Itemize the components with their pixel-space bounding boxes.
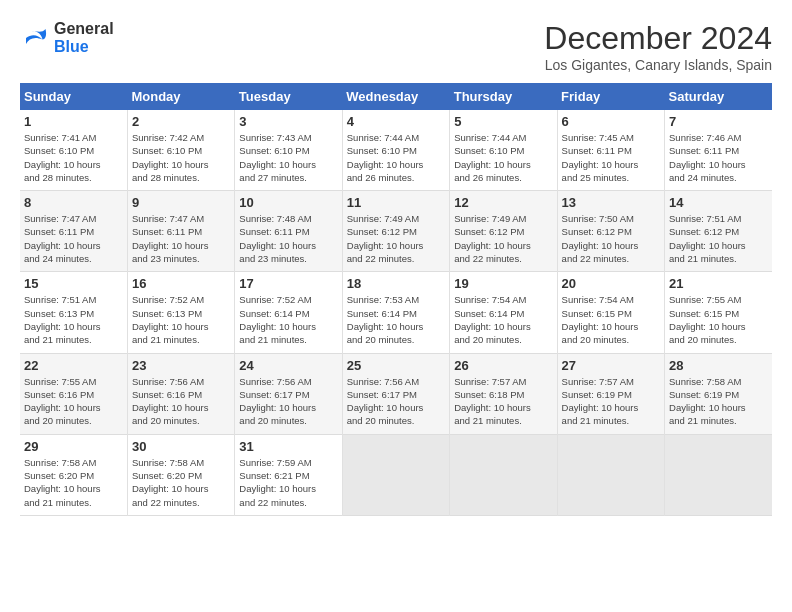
day-info: Sunrise: 7:50 AM Sunset: 6:12 PM Dayligh…	[562, 212, 660, 265]
col-tuesday: Tuesday	[235, 83, 342, 110]
day-info: Sunrise: 7:55 AM Sunset: 6:16 PM Dayligh…	[24, 375, 123, 428]
day-info: Sunrise: 7:47 AM Sunset: 6:11 PM Dayligh…	[24, 212, 123, 265]
calendar-cell: 18Sunrise: 7:53 AM Sunset: 6:14 PM Dayli…	[342, 272, 449, 353]
day-info: Sunrise: 7:57 AM Sunset: 6:18 PM Dayligh…	[454, 375, 552, 428]
calendar-cell: 10Sunrise: 7:48 AM Sunset: 6:11 PM Dayli…	[235, 191, 342, 272]
week-row: 29Sunrise: 7:58 AM Sunset: 6:20 PM Dayli…	[20, 434, 772, 515]
calendar-cell: 7Sunrise: 7:46 AM Sunset: 6:11 PM Daylig…	[665, 110, 772, 191]
logo: General Blue	[20, 20, 114, 56]
calendar-cell: 20Sunrise: 7:54 AM Sunset: 6:15 PM Dayli…	[557, 272, 664, 353]
week-row: 22Sunrise: 7:55 AM Sunset: 6:16 PM Dayli…	[20, 353, 772, 434]
page-header: General Blue December 2024 Los Gigantes,…	[20, 20, 772, 73]
calendar-cell: 17Sunrise: 7:52 AM Sunset: 6:14 PM Dayli…	[235, 272, 342, 353]
day-info: Sunrise: 7:46 AM Sunset: 6:11 PM Dayligh…	[669, 131, 768, 184]
day-number: 9	[132, 195, 230, 210]
day-number: 7	[669, 114, 768, 129]
calendar-cell: 22Sunrise: 7:55 AM Sunset: 6:16 PM Dayli…	[20, 353, 127, 434]
day-info: Sunrise: 7:43 AM Sunset: 6:10 PM Dayligh…	[239, 131, 337, 184]
day-number: 11	[347, 195, 445, 210]
calendar-cell: 16Sunrise: 7:52 AM Sunset: 6:13 PM Dayli…	[127, 272, 234, 353]
week-row: 15Sunrise: 7:51 AM Sunset: 6:13 PM Dayli…	[20, 272, 772, 353]
day-info: Sunrise: 7:51 AM Sunset: 6:12 PM Dayligh…	[669, 212, 768, 265]
logo-icon	[20, 23, 50, 53]
day-number: 14	[669, 195, 768, 210]
calendar-cell: 1Sunrise: 7:41 AM Sunset: 6:10 PM Daylig…	[20, 110, 127, 191]
day-info: Sunrise: 7:57 AM Sunset: 6:19 PM Dayligh…	[562, 375, 660, 428]
calendar-cell: 21Sunrise: 7:55 AM Sunset: 6:15 PM Dayli…	[665, 272, 772, 353]
day-info: Sunrise: 7:56 AM Sunset: 6:17 PM Dayligh…	[239, 375, 337, 428]
day-number: 16	[132, 276, 230, 291]
calendar-cell: 15Sunrise: 7:51 AM Sunset: 6:13 PM Dayli…	[20, 272, 127, 353]
day-number: 2	[132, 114, 230, 129]
day-number: 31	[239, 439, 337, 454]
calendar-cell: 25Sunrise: 7:56 AM Sunset: 6:17 PM Dayli…	[342, 353, 449, 434]
day-info: Sunrise: 7:44 AM Sunset: 6:10 PM Dayligh…	[454, 131, 552, 184]
day-number: 1	[24, 114, 123, 129]
day-info: Sunrise: 7:42 AM Sunset: 6:10 PM Dayligh…	[132, 131, 230, 184]
day-info: Sunrise: 7:58 AM Sunset: 6:19 PM Dayligh…	[669, 375, 768, 428]
day-info: Sunrise: 7:49 AM Sunset: 6:12 PM Dayligh…	[347, 212, 445, 265]
day-number: 30	[132, 439, 230, 454]
day-info: Sunrise: 7:56 AM Sunset: 6:16 PM Dayligh…	[132, 375, 230, 428]
day-number: 28	[669, 358, 768, 373]
header-row: Sunday Monday Tuesday Wednesday Thursday…	[20, 83, 772, 110]
calendar-cell: 3Sunrise: 7:43 AM Sunset: 6:10 PM Daylig…	[235, 110, 342, 191]
day-info: Sunrise: 7:53 AM Sunset: 6:14 PM Dayligh…	[347, 293, 445, 346]
col-wednesday: Wednesday	[342, 83, 449, 110]
day-info: Sunrise: 7:54 AM Sunset: 6:15 PM Dayligh…	[562, 293, 660, 346]
day-info: Sunrise: 7:47 AM Sunset: 6:11 PM Dayligh…	[132, 212, 230, 265]
calendar-cell: 26Sunrise: 7:57 AM Sunset: 6:18 PM Dayli…	[450, 353, 557, 434]
calendar-cell: 9Sunrise: 7:47 AM Sunset: 6:11 PM Daylig…	[127, 191, 234, 272]
day-info: Sunrise: 7:55 AM Sunset: 6:15 PM Dayligh…	[669, 293, 768, 346]
day-number: 3	[239, 114, 337, 129]
day-number: 18	[347, 276, 445, 291]
calendar-cell: 31Sunrise: 7:59 AM Sunset: 6:21 PM Dayli…	[235, 434, 342, 515]
day-number: 25	[347, 358, 445, 373]
day-info: Sunrise: 7:52 AM Sunset: 6:14 PM Dayligh…	[239, 293, 337, 346]
week-row: 8Sunrise: 7:47 AM Sunset: 6:11 PM Daylig…	[20, 191, 772, 272]
month-title: December 2024	[544, 20, 772, 57]
calendar-cell	[557, 434, 664, 515]
calendar-cell	[665, 434, 772, 515]
logo-text: General Blue	[54, 20, 114, 56]
calendar-cell: 29Sunrise: 7:58 AM Sunset: 6:20 PM Dayli…	[20, 434, 127, 515]
day-info: Sunrise: 7:41 AM Sunset: 6:10 PM Dayligh…	[24, 131, 123, 184]
calendar-header: Sunday Monday Tuesday Wednesday Thursday…	[20, 83, 772, 110]
calendar-cell: 14Sunrise: 7:51 AM Sunset: 6:12 PM Dayli…	[665, 191, 772, 272]
calendar-cell: 2Sunrise: 7:42 AM Sunset: 6:10 PM Daylig…	[127, 110, 234, 191]
col-monday: Monday	[127, 83, 234, 110]
calendar-cell: 6Sunrise: 7:45 AM Sunset: 6:11 PM Daylig…	[557, 110, 664, 191]
day-info: Sunrise: 7:45 AM Sunset: 6:11 PM Dayligh…	[562, 131, 660, 184]
location: Los Gigantes, Canary Islands, Spain	[544, 57, 772, 73]
day-info: Sunrise: 7:52 AM Sunset: 6:13 PM Dayligh…	[132, 293, 230, 346]
day-number: 8	[24, 195, 123, 210]
day-number: 5	[454, 114, 552, 129]
calendar-cell: 30Sunrise: 7:58 AM Sunset: 6:20 PM Dayli…	[127, 434, 234, 515]
day-number: 26	[454, 358, 552, 373]
calendar-cell: 23Sunrise: 7:56 AM Sunset: 6:16 PM Dayli…	[127, 353, 234, 434]
calendar-cell: 24Sunrise: 7:56 AM Sunset: 6:17 PM Dayli…	[235, 353, 342, 434]
day-info: Sunrise: 7:49 AM Sunset: 6:12 PM Dayligh…	[454, 212, 552, 265]
day-number: 27	[562, 358, 660, 373]
day-number: 13	[562, 195, 660, 210]
day-number: 4	[347, 114, 445, 129]
title-section: December 2024 Los Gigantes, Canary Islan…	[544, 20, 772, 73]
day-number: 22	[24, 358, 123, 373]
col-friday: Friday	[557, 83, 664, 110]
day-number: 20	[562, 276, 660, 291]
col-saturday: Saturday	[665, 83, 772, 110]
calendar-body: 1Sunrise: 7:41 AM Sunset: 6:10 PM Daylig…	[20, 110, 772, 515]
day-number: 24	[239, 358, 337, 373]
calendar-cell: 19Sunrise: 7:54 AM Sunset: 6:14 PM Dayli…	[450, 272, 557, 353]
day-number: 10	[239, 195, 337, 210]
week-row: 1Sunrise: 7:41 AM Sunset: 6:10 PM Daylig…	[20, 110, 772, 191]
day-number: 29	[24, 439, 123, 454]
calendar-cell	[450, 434, 557, 515]
day-number: 21	[669, 276, 768, 291]
col-sunday: Sunday	[20, 83, 127, 110]
day-number: 6	[562, 114, 660, 129]
calendar-cell: 8Sunrise: 7:47 AM Sunset: 6:11 PM Daylig…	[20, 191, 127, 272]
calendar-cell: 27Sunrise: 7:57 AM Sunset: 6:19 PM Dayli…	[557, 353, 664, 434]
calendar-table: Sunday Monday Tuesday Wednesday Thursday…	[20, 83, 772, 516]
day-info: Sunrise: 7:59 AM Sunset: 6:21 PM Dayligh…	[239, 456, 337, 509]
